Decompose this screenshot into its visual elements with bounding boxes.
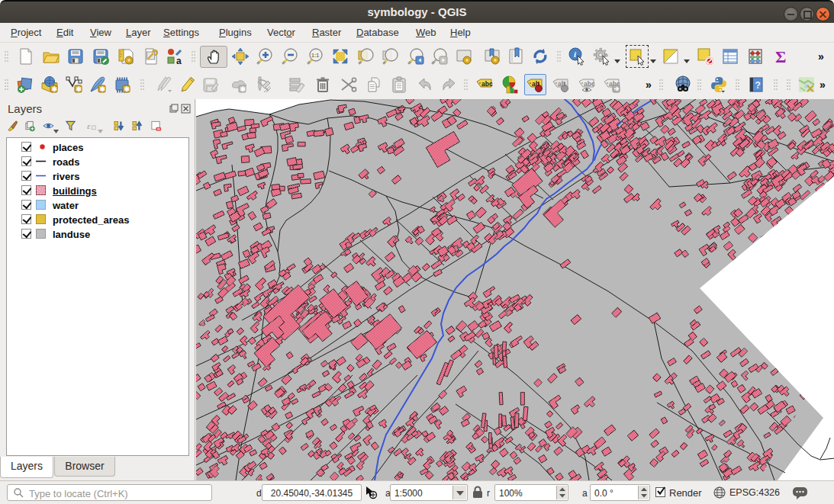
svg-text:✱: ✱	[124, 85, 130, 93]
svg-text:Σ: Σ	[775, 47, 786, 66]
svg-text:✱: ✱	[52, 85, 58, 93]
svg-text:a: a	[176, 56, 182, 66]
svg-text:abc: abc	[584, 80, 595, 88]
svg-text:?: ?	[755, 80, 761, 91]
svg-text:✱: ✱	[76, 85, 82, 93]
svg-text:»: »	[646, 79, 652, 91]
svg-text:abc: abc	[481, 80, 493, 88]
svg-text:1:1: 1:1	[311, 53, 319, 58]
svg-text:»: »	[818, 50, 824, 63]
svg-text:»: »	[820, 79, 826, 91]
svg-text:ε: ε	[87, 121, 91, 130]
svg-text:✱: ✱	[100, 85, 106, 93]
svg-text:✱: ✱	[240, 85, 246, 93]
